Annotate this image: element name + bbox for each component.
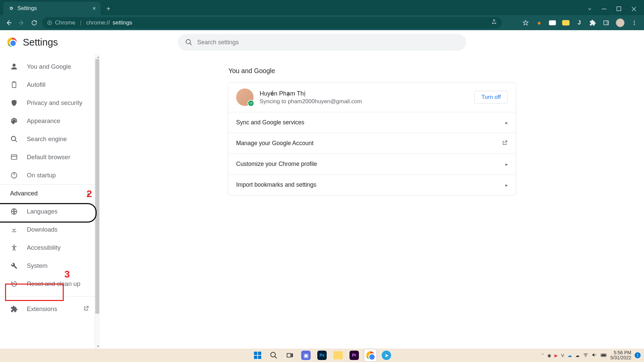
svg-rect-11 — [13, 81, 15, 83]
taskbar-app-photoshop[interactable]: Ps — [316, 349, 328, 361]
search-settings-input[interactable] — [197, 39, 459, 46]
sidebar-item-default-browser[interactable]: Default browser — [0, 148, 93, 166]
tray-chevron-icon[interactable]: ˄ — [542, 353, 544, 358]
onedrive-icon[interactable]: ☁ — [568, 353, 572, 358]
annotation-number-3: 3 — [64, 269, 70, 280]
svg-rect-18 — [258, 352, 261, 355]
share-icon[interactable] — [491, 19, 497, 26]
sync-status-text: Syncing to pham2000huyen@gmail.com — [260, 98, 468, 105]
row-label: Manage your Google Account — [236, 140, 314, 147]
svg-rect-26 — [606, 355, 606, 356]
tray-icon[interactable]: V — [561, 353, 564, 358]
row-import-bookmarks[interactable]: Import bookmarks and settings ▸ — [228, 174, 516, 195]
annotation-number-2: 2 — [87, 188, 92, 199]
sidebar-label: You and Google — [27, 63, 71, 70]
chrome-logo-icon — [7, 38, 17, 47]
sidebar-scrollbar[interactable]: ▴ ▾ — [95, 54, 100, 349]
extension-icon-4[interactable]: J — [576, 19, 583, 26]
toolbar-actions: ◆ J — [522, 18, 640, 27]
address-bar[interactable]: Chrome | chrome://settings — [42, 17, 502, 28]
taskbar-app-telegram[interactable]: ➤ — [380, 349, 392, 361]
url-scheme: Chrome — [55, 19, 75, 26]
row-sync-services[interactable]: Sync and Google services ▸ — [228, 112, 516, 133]
search-settings-box[interactable] — [178, 34, 466, 51]
svg-rect-0 — [602, 9, 606, 9]
sidebar-group-advanced[interactable]: Advanced ▴ — [0, 184, 99, 202]
browser-tab[interactable]: Settings × — [3, 2, 101, 15]
scroll-up-icon[interactable]: ▴ — [97, 55, 99, 59]
sidebar-item-accessibility[interactable]: Accessibility — [0, 239, 93, 257]
sidebar-item-system[interactable]: System — [0, 257, 93, 275]
tray-icon[interactable]: ▶ — [554, 353, 558, 358]
extensions-puzzle-icon[interactable] — [589, 19, 596, 26]
extension-icon-1[interactable]: ◆ — [535, 19, 543, 26]
tray-icon[interactable]: ◉ — [547, 353, 551, 358]
svg-point-9 — [186, 40, 191, 44]
taskbar-app-premiere[interactable]: Pr — [348, 349, 360, 361]
main-content: You and Google ⟳ Huyền Phạm Thị Syncing … — [100, 54, 644, 349]
sidebar-label: Appearance — [27, 117, 60, 125]
chevron-right-icon: ▸ — [505, 162, 508, 167]
puzzle-icon — [10, 305, 18, 313]
scrollbar-thumb[interactable] — [95, 59, 99, 314]
sidebar-item-search-engine[interactable]: Search engine — [0, 130, 93, 148]
chevron-right-icon: ▸ — [505, 182, 508, 188]
battery-icon[interactable] — [600, 352, 607, 359]
sidebar-item-extensions[interactable]: Extensions — [0, 300, 93, 318]
svg-rect-27 — [601, 354, 605, 356]
back-button[interactable] — [4, 18, 13, 27]
row-customize-profile[interactable]: Customize your Chrome profile ▸ — [228, 154, 516, 174]
search-button[interactable] — [268, 349, 280, 361]
taskbar-app-meet[interactable]: ▣ — [300, 349, 312, 361]
cloud-icon[interactable]: ☁ — [575, 353, 580, 358]
taskbar-clock[interactable]: 5:56 PM 5/31/2022 — [610, 350, 631, 360]
svg-point-8 — [634, 24, 635, 25]
svg-point-3 — [49, 22, 50, 23]
window-close-icon[interactable] — [631, 6, 637, 12]
notification-badge[interactable]: 1 — [635, 352, 641, 358]
sidebar-item-languages[interactable]: Languages — [0, 202, 93, 221]
menu-dots-icon[interactable] — [631, 19, 638, 26]
sidebar-item-appearance[interactable]: Appearance — [0, 112, 93, 130]
svg-rect-17 — [254, 352, 257, 355]
task-view-button[interactable] — [284, 349, 296, 361]
advanced-label: Advanced — [10, 190, 38, 197]
extension-icon-2[interactable] — [549, 19, 556, 26]
clock-date: 5/31/2022 — [610, 355, 631, 360]
maximize-icon[interactable] — [616, 6, 622, 12]
globe-icon — [10, 207, 18, 216]
profile-avatar[interactable] — [616, 18, 625, 27]
sidebar-item-you-and-google[interactable]: You and Google — [0, 58, 93, 76]
taskbar-apps: ▣ Ps Pr ➤ — [252, 349, 392, 361]
start-button[interactable] — [252, 349, 264, 361]
tabs-dropdown-icon[interactable] — [587, 6, 592, 12]
volume-mute-icon[interactable] — [592, 352, 597, 359]
scroll-down-icon[interactable]: ▾ — [97, 344, 99, 348]
bookmark-star-icon[interactable] — [522, 19, 529, 26]
sidebar-item-reset[interactable]: Reset and clean up — [0, 275, 93, 293]
sidebar-item-downloads[interactable]: Downloads — [0, 221, 93, 239]
sidebar-label: Privacy and security — [27, 99, 83, 107]
browser-titlebar: Settings × + — [0, 0, 644, 15]
close-icon[interactable]: × — [92, 5, 96, 12]
reload-button[interactable] — [30, 18, 39, 27]
extension-icon-3[interactable] — [562, 19, 570, 26]
taskbar-app-chrome[interactable] — [364, 349, 376, 361]
svg-point-24 — [585, 356, 586, 357]
settings-page: Settings ▴ ▾ You and Google Autofill — [0, 30, 644, 349]
turn-off-button[interactable]: Turn off — [474, 91, 508, 104]
wifi-icon[interactable] — [583, 352, 588, 359]
chevron-right-icon: ▸ — [505, 120, 508, 125]
tab-title: Settings — [17, 5, 89, 11]
sidepanel-icon[interactable] — [602, 19, 610, 26]
row-manage-account[interactable]: Manage your Google Account — [228, 133, 516, 154]
sidebar-label: Extensions — [27, 305, 57, 313]
sidebar-item-autofill[interactable]: Autofill — [0, 76, 93, 94]
taskbar-app-explorer[interactable] — [332, 349, 344, 361]
new-tab-button[interactable]: + — [104, 4, 113, 13]
forward-button[interactable] — [17, 18, 26, 27]
minimize-icon[interactable] — [602, 6, 607, 12]
sidebar-item-on-startup[interactable]: On startup — [0, 166, 93, 184]
sidebar-label: Languages — [27, 208, 58, 215]
sidebar-item-privacy[interactable]: Privacy and security — [0, 94, 93, 112]
